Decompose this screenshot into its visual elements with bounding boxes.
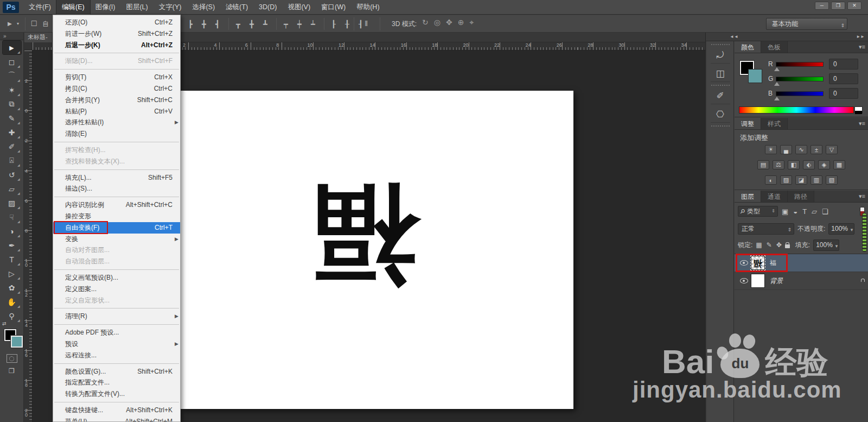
filter-smart-object-icon[interactable]: ❏ bbox=[822, 207, 828, 216]
edit-menu-item[interactable]: 操控变形 bbox=[53, 211, 180, 222]
selective-color-icon[interactable]: ▧ bbox=[826, 175, 838, 185]
collapse-panels-icon[interactable]: ◄◄ bbox=[730, 33, 738, 41]
distribute-middle-icon[interactable]: ┿ bbox=[293, 20, 305, 28]
auto-select-checkbox[interactable]: ☐ bbox=[30, 18, 37, 30]
gradient-tool[interactable]: ▨◢ bbox=[3, 196, 21, 210]
magic-wand-tool[interactable]: ✶◢ bbox=[3, 83, 21, 97]
edit-menu-item[interactable]: 变换▶ bbox=[53, 234, 180, 245]
align-bottom-icon[interactable]: ┻ bbox=[259, 20, 271, 28]
pen-tool[interactable]: ✒◢ bbox=[3, 238, 21, 252]
distribute-center-icon[interactable]: ╂ bbox=[341, 20, 353, 28]
color-spectrum-bar[interactable] bbox=[739, 106, 854, 114]
vertical-ruler[interactable]: 2024681 01 21 41 61 82 0 bbox=[24, 51, 33, 422]
lock-pixels-icon[interactable]: ✎ bbox=[767, 241, 772, 249]
lasso-tool[interactable]: ⌒◢ bbox=[3, 69, 21, 83]
eraser-tool[interactable]: ▱◢ bbox=[3, 182, 21, 196]
edit-menu-item[interactable]: 颜色设置(G)...Shift+Ctrl+K bbox=[53, 366, 180, 377]
fill-dropdown[interactable]: 100% ▾ bbox=[813, 240, 839, 251]
menubar-item[interactable]: 帮助(H) bbox=[351, 0, 385, 15]
levels-icon[interactable]: ▄ bbox=[780, 145, 792, 154]
move-tool-option-icon[interactable]: ► bbox=[4, 18, 15, 30]
canvas[interactable]: 福 bbox=[181, 91, 573, 409]
menubar-item[interactable]: 文件(F) bbox=[23, 0, 56, 15]
menubar-item[interactable]: 窗口(W) bbox=[316, 0, 351, 15]
menubar-item[interactable]: 图层(L) bbox=[120, 0, 153, 15]
edit-menu-item[interactable]: 填充(L)...Shift+F5 bbox=[53, 172, 180, 184]
layer-visibility-cell[interactable] bbox=[737, 278, 751, 284]
edit-menu-item[interactable]: 菜单(U)...Alt+Shift+Ctrl+M bbox=[53, 416, 180, 422]
edit-menu-item[interactable]: 远程连接... bbox=[53, 350, 180, 361]
background-color-swatch[interactable] bbox=[11, 336, 23, 348]
type-tool[interactable]: T◢ bbox=[3, 253, 21, 266]
edit-menu-item[interactable]: 合并拷贝(Y)Shift+Ctrl+C bbox=[53, 95, 180, 106]
blend-mode-dropdown[interactable]: 正常 ⇕ bbox=[738, 223, 794, 235]
adjustments-tab[interactable]: 样式 bbox=[761, 118, 788, 129]
filter-pixel-icon[interactable]: ▣ bbox=[782, 207, 788, 216]
menubar-item[interactable]: 选择(S) bbox=[187, 0, 220, 15]
channel-value-field[interactable]: 0 bbox=[829, 59, 858, 70]
edit-menu-item[interactable]: 定义画笔预设(B)... bbox=[53, 272, 180, 284]
edit-menu-item[interactable]: 后退一步(K)Alt+Ctrl+Z bbox=[53, 40, 180, 51]
hue-saturation-icon[interactable]: ▤ bbox=[757, 160, 769, 169]
distribute-top-icon[interactable]: ┯ bbox=[280, 20, 292, 28]
menubar-item[interactable]: 3D(D) bbox=[253, 0, 282, 15]
filter-type-icon[interactable]: T bbox=[802, 207, 807, 216]
shape-tool[interactable]: ✿◢ bbox=[3, 281, 21, 294]
color-tab[interactable]: 颜色 bbox=[735, 41, 761, 53]
menubar-item[interactable]: 滤镜(T) bbox=[220, 0, 253, 15]
eye-icon[interactable] bbox=[740, 278, 748, 284]
edit-menu-item[interactable]: 描边(S)... bbox=[53, 183, 180, 194]
adjustments-tab[interactable]: 调整 bbox=[735, 118, 761, 129]
layers-tab[interactable]: 通道 bbox=[761, 191, 788, 202]
auto-align-layers-icon[interactable]: ⦀ bbox=[360, 18, 372, 30]
color-balance-icon[interactable]: ⚖ bbox=[773, 160, 784, 169]
distribute-left-icon[interactable]: ┠ bbox=[328, 20, 340, 28]
posterize-icon[interactable]: ▨ bbox=[780, 175, 792, 185]
edit-menu-item[interactable]: 指定配置文件... bbox=[53, 377, 180, 388]
align-middle-icon[interactable]: ╋ bbox=[246, 20, 258, 28]
lock-all-icon[interactable] bbox=[785, 244, 790, 248]
layers-tab[interactable]: 路径 bbox=[788, 191, 814, 202]
menubar-item[interactable]: 视图(V) bbox=[282, 0, 316, 15]
3d-pan-icon[interactable]: ✥ bbox=[446, 18, 452, 27]
menubar-item[interactable]: 编辑(E) bbox=[56, 0, 90, 15]
slider-thumb[interactable] bbox=[774, 67, 780, 71]
align-top-icon[interactable]: ┳ bbox=[232, 20, 244, 28]
crop-tool[interactable]: ⧉◢ bbox=[3, 97, 21, 111]
color-lookup-icon[interactable]: ▦ bbox=[833, 160, 845, 169]
3d-roll-icon[interactable]: ◎ bbox=[434, 18, 441, 27]
move-tool[interactable]: ►◢ bbox=[3, 41, 21, 54]
quick-mask-button[interactable] bbox=[7, 354, 17, 363]
distribute-bottom-icon[interactable]: ┷ bbox=[307, 20, 319, 28]
filter-adjustment-icon[interactable]: ◒ bbox=[793, 207, 797, 216]
exposure-icon[interactable]: ± bbox=[810, 145, 822, 154]
marquee-tool[interactable]: ◻◢ bbox=[3, 55, 21, 68]
brightness-contrast-icon[interactable]: ☀ bbox=[765, 145, 777, 154]
edit-menu-item[interactable]: 粘贴(P)Ctrl+V bbox=[53, 106, 180, 117]
edit-menu-item[interactable]: 选择性粘贴(I)▶ bbox=[53, 117, 180, 128]
layer-name[interactable]: 背景 bbox=[770, 276, 783, 286]
slider-thumb[interactable] bbox=[774, 97, 780, 100]
tool-preset-dropdown-icon[interactable]: ▾ bbox=[15, 18, 21, 30]
spectrum-white-black-swatch[interactable] bbox=[854, 106, 863, 114]
edit-menu-item[interactable]: 自由变换(F)Ctrl+T bbox=[53, 222, 180, 234]
path-select-tool[interactable]: ▷◢ bbox=[3, 267, 21, 280]
layer-name[interactable]: 福 bbox=[770, 259, 776, 268]
dodge-tool[interactable]: ◑◢ bbox=[3, 224, 21, 238]
restore-button[interactable]: ❐ bbox=[831, 2, 845, 10]
lock-transparency-icon[interactable]: ▦ bbox=[756, 241, 762, 249]
edit-menu-item[interactable]: 清理(R)▶ bbox=[53, 311, 180, 322]
menubar-item[interactable]: 图像(I) bbox=[90, 0, 121, 15]
channel-slider[interactable] bbox=[776, 91, 824, 96]
layer-visibility-cell[interactable] bbox=[737, 260, 751, 266]
3d-scale-icon[interactable]: ⌖ bbox=[469, 18, 474, 27]
panel-menu-icon[interactable]: ▾≡ bbox=[859, 43, 865, 51]
layer-thumbnail[interactable]: 福 bbox=[751, 256, 765, 270]
channel-value-field[interactable]: 0 bbox=[829, 88, 858, 99]
eyedropper-tool[interactable]: ✎◢ bbox=[3, 111, 21, 125]
clone-stamp-tool[interactable]: ⍓◢ bbox=[3, 154, 21, 167]
healing-brush-tool[interactable]: ✚◢ bbox=[3, 125, 21, 139]
layer-row[interactable]: 福福 bbox=[735, 254, 868, 272]
filter-shape-icon[interactable]: ▱ bbox=[812, 207, 817, 216]
channel-slider[interactable] bbox=[776, 77, 824, 81]
